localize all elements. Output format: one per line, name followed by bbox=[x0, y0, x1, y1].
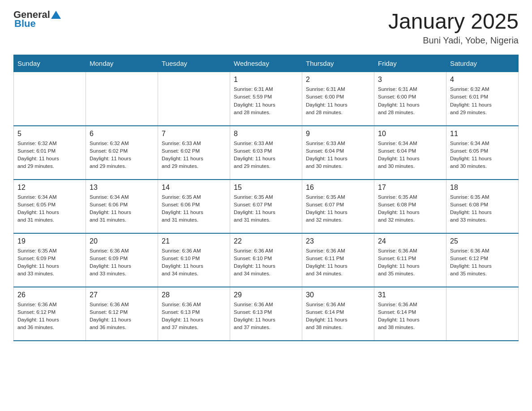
calendar-cell: 22Sunrise: 6:36 AM Sunset: 6:10 PM Dayli… bbox=[230, 233, 302, 287]
day-number: 22 bbox=[234, 237, 298, 245]
col-wednesday: Wednesday bbox=[230, 55, 302, 72]
calendar-cell: 17Sunrise: 6:35 AM Sunset: 6:08 PM Dayli… bbox=[374, 180, 446, 233]
calendar-title: January 2025 bbox=[388, 9, 519, 34]
day-number: 8 bbox=[234, 130, 298, 138]
col-monday: Monday bbox=[86, 55, 158, 72]
calendar-cell: 16Sunrise: 6:35 AM Sunset: 6:07 PM Dayli… bbox=[302, 180, 374, 233]
calendar-cell: 3Sunrise: 6:31 AM Sunset: 6:00 PM Daylig… bbox=[374, 72, 446, 126]
day-info: Sunrise: 6:32 AM Sunset: 6:01 PM Dayligh… bbox=[450, 86, 515, 116]
day-number: 17 bbox=[378, 184, 442, 192]
day-number: 19 bbox=[17, 237, 82, 245]
day-info: Sunrise: 6:35 AM Sunset: 6:09 PM Dayligh… bbox=[17, 247, 82, 278]
calendar-cell: 24Sunrise: 6:36 AM Sunset: 6:11 PM Dayli… bbox=[374, 233, 446, 287]
day-number: 5 bbox=[17, 130, 82, 138]
day-number: 24 bbox=[378, 237, 442, 245]
day-info: Sunrise: 6:36 AM Sunset: 6:11 PM Dayligh… bbox=[306, 247, 370, 278]
logo: General Blue bbox=[13, 9, 61, 30]
day-number: 7 bbox=[162, 130, 226, 138]
day-number: 10 bbox=[378, 130, 442, 138]
day-number: 15 bbox=[234, 184, 298, 192]
day-number: 14 bbox=[162, 184, 226, 192]
calendar-week-row: 12Sunrise: 6:34 AM Sunset: 6:05 PM Dayli… bbox=[14, 180, 519, 233]
calendar-week-row: 26Sunrise: 6:36 AM Sunset: 6:12 PM Dayli… bbox=[14, 287, 519, 341]
day-number: 21 bbox=[162, 237, 226, 245]
calendar-cell: 10Sunrise: 6:34 AM Sunset: 6:04 PM Dayli… bbox=[374, 126, 446, 180]
calendar-cell: 27Sunrise: 6:36 AM Sunset: 6:12 PM Dayli… bbox=[86, 287, 158, 341]
day-info: Sunrise: 6:31 AM Sunset: 6:00 PM Dayligh… bbox=[378, 86, 442, 116]
day-number: 20 bbox=[90, 237, 154, 245]
col-tuesday: Tuesday bbox=[158, 55, 230, 72]
calendar-cell: 9Sunrise: 6:33 AM Sunset: 6:04 PM Daylig… bbox=[302, 126, 374, 180]
day-number: 3 bbox=[378, 76, 442, 84]
day-info: Sunrise: 6:36 AM Sunset: 6:10 PM Dayligh… bbox=[162, 247, 226, 278]
calendar-cell: 6Sunrise: 6:32 AM Sunset: 6:02 PM Daylig… bbox=[86, 126, 158, 180]
day-info: Sunrise: 6:36 AM Sunset: 6:14 PM Dayligh… bbox=[306, 301, 370, 332]
day-info: Sunrise: 6:36 AM Sunset: 6:12 PM Dayligh… bbox=[17, 301, 82, 332]
day-info: Sunrise: 6:33 AM Sunset: 6:02 PM Dayligh… bbox=[162, 140, 226, 171]
calendar-cell: 7Sunrise: 6:33 AM Sunset: 6:02 PM Daylig… bbox=[158, 126, 230, 180]
calendar-week-row: 19Sunrise: 6:35 AM Sunset: 6:09 PM Dayli… bbox=[14, 233, 519, 287]
day-info: Sunrise: 6:36 AM Sunset: 6:11 PM Dayligh… bbox=[378, 247, 442, 278]
day-number: 18 bbox=[450, 184, 515, 192]
day-info: Sunrise: 6:36 AM Sunset: 6:12 PM Dayligh… bbox=[450, 247, 515, 278]
day-number: 13 bbox=[90, 184, 154, 192]
day-number: 28 bbox=[162, 291, 226, 299]
calendar-cell: 23Sunrise: 6:36 AM Sunset: 6:11 PM Dayli… bbox=[302, 233, 374, 287]
day-info: Sunrise: 6:31 AM Sunset: 6:00 PM Dayligh… bbox=[306, 86, 370, 116]
day-number: 12 bbox=[17, 184, 82, 192]
calendar-cell: 21Sunrise: 6:36 AM Sunset: 6:10 PM Dayli… bbox=[158, 233, 230, 287]
day-info: Sunrise: 6:31 AM Sunset: 5:59 PM Dayligh… bbox=[234, 86, 298, 116]
calendar-cell: 13Sunrise: 6:34 AM Sunset: 6:06 PM Dayli… bbox=[86, 180, 158, 233]
col-sunday: Sunday bbox=[14, 55, 86, 72]
calendar-cell: 15Sunrise: 6:35 AM Sunset: 6:07 PM Dayli… bbox=[230, 180, 302, 233]
calendar-cell bbox=[14, 72, 86, 126]
day-info: Sunrise: 6:35 AM Sunset: 6:07 PM Dayligh… bbox=[234, 193, 298, 224]
logo-blue-text: Blue bbox=[14, 18, 36, 30]
calendar-header-row: Sunday Monday Tuesday Wednesday Thursday… bbox=[14, 55, 519, 72]
calendar-cell: 31Sunrise: 6:36 AM Sunset: 6:14 PM Dayli… bbox=[374, 287, 446, 341]
day-number: 31 bbox=[378, 291, 442, 299]
day-info: Sunrise: 6:36 AM Sunset: 6:13 PM Dayligh… bbox=[162, 301, 226, 332]
day-info: Sunrise: 6:32 AM Sunset: 6:01 PM Dayligh… bbox=[17, 140, 82, 171]
day-info: Sunrise: 6:34 AM Sunset: 6:04 PM Dayligh… bbox=[378, 140, 442, 171]
calendar-cell: 19Sunrise: 6:35 AM Sunset: 6:09 PM Dayli… bbox=[14, 233, 86, 287]
calendar-cell: 29Sunrise: 6:36 AM Sunset: 6:13 PM Dayli… bbox=[230, 287, 302, 341]
calendar-cell: 8Sunrise: 6:33 AM Sunset: 6:03 PM Daylig… bbox=[230, 126, 302, 180]
calendar-cell: 1Sunrise: 6:31 AM Sunset: 5:59 PM Daylig… bbox=[230, 72, 302, 126]
day-info: Sunrise: 6:36 AM Sunset: 6:13 PM Dayligh… bbox=[234, 301, 298, 332]
day-info: Sunrise: 6:35 AM Sunset: 6:08 PM Dayligh… bbox=[450, 193, 515, 224]
day-info: Sunrise: 6:36 AM Sunset: 6:14 PM Dayligh… bbox=[378, 301, 442, 332]
calendar-cell: 4Sunrise: 6:32 AM Sunset: 6:01 PM Daylig… bbox=[446, 72, 519, 126]
day-number: 23 bbox=[306, 237, 370, 245]
calendar-subtitle: Buni Yadi, Yobe, Nigeria bbox=[388, 35, 519, 46]
calendar-cell: 28Sunrise: 6:36 AM Sunset: 6:13 PM Dayli… bbox=[158, 287, 230, 341]
calendar-week-row: 5Sunrise: 6:32 AM Sunset: 6:01 PM Daylig… bbox=[14, 126, 519, 180]
day-number: 9 bbox=[306, 130, 370, 138]
calendar-table: Sunday Monday Tuesday Wednesday Thursday… bbox=[13, 55, 519, 341]
day-number: 1 bbox=[234, 76, 298, 84]
calendar-cell: 5Sunrise: 6:32 AM Sunset: 6:01 PM Daylig… bbox=[14, 126, 86, 180]
col-friday: Friday bbox=[374, 55, 446, 72]
day-number: 2 bbox=[306, 76, 370, 84]
day-number: 25 bbox=[450, 237, 515, 245]
logo-triangle-icon bbox=[51, 10, 61, 20]
calendar-cell bbox=[86, 72, 158, 126]
calendar-cell: 2Sunrise: 6:31 AM Sunset: 6:00 PM Daylig… bbox=[302, 72, 374, 126]
calendar-cell: 25Sunrise: 6:36 AM Sunset: 6:12 PM Dayli… bbox=[446, 233, 519, 287]
page-header: General Blue January 2025 Buni Yadi, Yob… bbox=[13, 9, 519, 46]
day-info: Sunrise: 6:35 AM Sunset: 6:08 PM Dayligh… bbox=[378, 193, 442, 224]
calendar-cell: 18Sunrise: 6:35 AM Sunset: 6:08 PM Dayli… bbox=[446, 180, 519, 233]
day-info: Sunrise: 6:34 AM Sunset: 6:06 PM Dayligh… bbox=[90, 193, 154, 224]
calendar-cell bbox=[158, 72, 230, 126]
calendar-cell: 26Sunrise: 6:36 AM Sunset: 6:12 PM Dayli… bbox=[14, 287, 86, 341]
day-number: 30 bbox=[306, 291, 370, 299]
calendar-cell: 12Sunrise: 6:34 AM Sunset: 6:05 PM Dayli… bbox=[14, 180, 86, 233]
calendar-cell: 20Sunrise: 6:36 AM Sunset: 6:09 PM Dayli… bbox=[86, 233, 158, 287]
title-block: January 2025 Buni Yadi, Yobe, Nigeria bbox=[388, 9, 519, 46]
day-number: 27 bbox=[90, 291, 154, 299]
day-info: Sunrise: 6:34 AM Sunset: 6:05 PM Dayligh… bbox=[17, 193, 82, 224]
calendar-cell bbox=[446, 287, 519, 341]
day-number: 6 bbox=[90, 130, 154, 138]
day-info: Sunrise: 6:32 AM Sunset: 6:02 PM Dayligh… bbox=[90, 140, 154, 171]
day-info: Sunrise: 6:34 AM Sunset: 6:05 PM Dayligh… bbox=[450, 140, 515, 171]
